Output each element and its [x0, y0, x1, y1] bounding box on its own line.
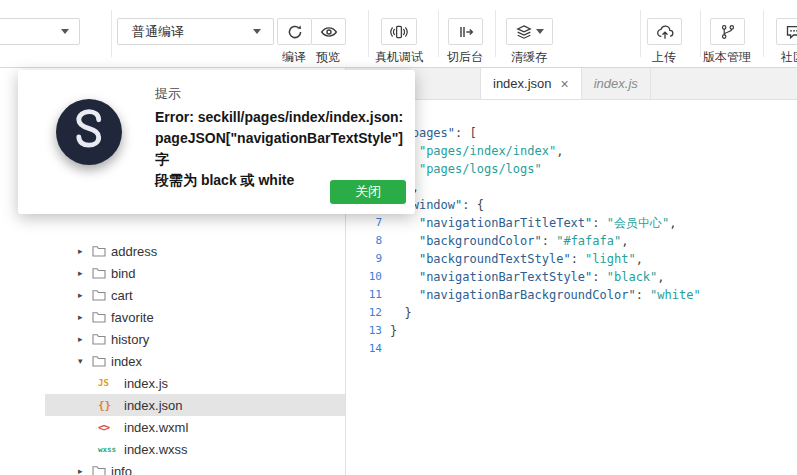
clear-cache-button[interactable] [506, 18, 553, 45]
chevron-right-icon[interactable]: ▸ [78, 246, 92, 256]
folder-icon [92, 245, 111, 257]
tree-item-label: index.wxml [124, 420, 188, 435]
toolbar-separator [495, 10, 496, 57]
chat-bubble-icon [785, 23, 797, 41]
close-button[interactable]: 关闭 [330, 180, 406, 204]
line-number: 10 [346, 268, 390, 286]
close-icon[interactable]: × [561, 76, 569, 92]
tree-item-label: favorite [111, 310, 154, 325]
device-debug-button[interactable] [381, 18, 417, 45]
preview-button[interactable] [311, 18, 346, 45]
code-line-text: "backgroundColor": "#fafafa", [390, 232, 628, 250]
wechat-devtools-window: 普通编译 [0, 0, 797, 475]
toolbar-separator [438, 10, 439, 57]
community-label: 社区 [781, 49, 797, 66]
upload-button[interactable] [647, 18, 682, 45]
code-line-text: "navigationBarBackgroundColor": "white" [390, 286, 701, 304]
tab-label: index.js [594, 76, 638, 91]
tree-item-label: index.wxss [124, 442, 188, 457]
dialog-message-line: Error: seckill/pages/index/index.json: [155, 107, 417, 128]
chevron-down-icon[interactable]: ▾ [78, 356, 92, 366]
switch-background-icon [457, 23, 475, 41]
tree-folder-item[interactable]: ▸history [45, 328, 345, 350]
version-control-button[interactable] [710, 18, 745, 45]
code-line: 14 [346, 340, 797, 358]
code-line: 9 "backgroundTextStyle": "light", [346, 250, 797, 268]
preview-label: 预览 [316, 49, 340, 66]
refresh-icon [286, 23, 304, 41]
community-button[interactable] [776, 18, 797, 45]
chevron-right-icon[interactable]: ▸ [78, 334, 92, 344]
folder-icon [92, 311, 111, 323]
code-line: 13} [346, 322, 797, 340]
tree-file-item[interactable]: JSindex.js [45, 372, 345, 394]
tree-folder-item[interactable]: ▾index [45, 350, 345, 372]
tree-file-item[interactable]: wxssindex.wxss [45, 438, 345, 460]
error-dialog: 提示 Error: seckill/pages/index/index.json… [18, 70, 415, 214]
chevron-down-icon [536, 29, 544, 34]
tree-item-label: index [111, 354, 142, 369]
toolbar-separator [763, 10, 764, 57]
tree-folder-item[interactable]: ▸bind [45, 262, 345, 284]
code-line: 8 "backgroundColor": "#fafafa", [346, 232, 797, 250]
switch-background-label: 切后台 [447, 49, 483, 66]
eye-icon [320, 23, 338, 41]
chevron-right-icon[interactable]: ▸ [78, 312, 92, 322]
wxml-file-icon: <> [98, 421, 124, 434]
json-file-icon: {} [98, 399, 124, 412]
tab-index-json[interactable]: index.json × [480, 68, 582, 99]
chevron-right-icon[interactable]: ▸ [78, 268, 92, 278]
tab-index-js[interactable]: index.js [582, 68, 651, 99]
cloud-upload-icon [656, 23, 674, 41]
devtools-logo-icon [56, 99, 122, 165]
upload-label: 上传 [652, 49, 676, 66]
line-number: 14 [346, 340, 390, 358]
tree-item-label: history [111, 332, 149, 347]
tree-folder-item[interactable]: ▸cart [45, 284, 345, 306]
tree-folder-item[interactable]: ▸info [45, 460, 345, 475]
compile-mode-label: 普通编译 [132, 23, 184, 41]
dialog-message: Error: seckill/pages/index/index.json:pa… [155, 107, 417, 191]
clear-cache-label: 清缓存 [511, 49, 547, 66]
code-line-text: "backgroundTextStyle": "light", [390, 250, 643, 268]
compile-mode-dropdown[interactable]: 普通编译 [117, 18, 274, 45]
switch-background-button[interactable] [448, 18, 483, 45]
chevron-right-icon[interactable]: ▸ [78, 466, 92, 475]
code-line: 11 "navigationBarBackgroundColor": "whit… [346, 286, 797, 304]
dialog-title: 提示 [155, 85, 181, 103]
folder-icon [92, 355, 111, 367]
toolbar-separator [368, 10, 369, 57]
code-line: 12 } [346, 304, 797, 322]
wxss-file-icon: wxss [98, 445, 124, 454]
project-dropdown[interactable] [0, 18, 80, 45]
code-line-text: "navigationBarTextStyle": "black", [390, 268, 665, 286]
tree-item-label: address [111, 244, 157, 259]
line-number: 8 [346, 232, 390, 250]
line-number: 13 [346, 322, 390, 340]
tree-folder-item[interactable]: ▸favorite [45, 306, 345, 328]
folder-icon [92, 289, 111, 301]
version-control-label: 版本管理 [703, 49, 751, 66]
line-number: 7 [346, 214, 390, 232]
toolbar-separator [700, 10, 701, 57]
file-tree: ▸address▸bind▸cart▸favorite▸history▾inde… [45, 240, 345, 475]
folder-icon [92, 267, 111, 279]
tree-item-label: bind [111, 266, 136, 281]
toolbar-separator [640, 10, 641, 57]
chevron-down-icon [253, 29, 261, 34]
compile-button[interactable] [277, 18, 312, 45]
line-number: 11 [346, 286, 390, 304]
code-line: 10 "navigationBarTextStyle": "black", [346, 268, 797, 286]
chevron-right-icon[interactable]: ▸ [78, 290, 92, 300]
tree-file-item[interactable]: <>index.wxml [45, 416, 345, 438]
compile-label: 编译 [282, 49, 306, 66]
code-line-text: } [390, 322, 397, 340]
tree-item-label: cart [111, 288, 133, 303]
dialog-message-line: pageJSON["navigationBarTextStyle"] 字 [155, 128, 417, 170]
toolbar: 普通编译 [0, 0, 797, 68]
code-line-text: "navigationBarTitleText": "会员中心", [390, 214, 676, 232]
line-number: 12 [346, 304, 390, 322]
tree-folder-item[interactable]: ▸address [45, 240, 345, 262]
tree-file-item[interactable]: {}index.json [45, 394, 345, 416]
tree-item-label: index.json [124, 398, 183, 413]
